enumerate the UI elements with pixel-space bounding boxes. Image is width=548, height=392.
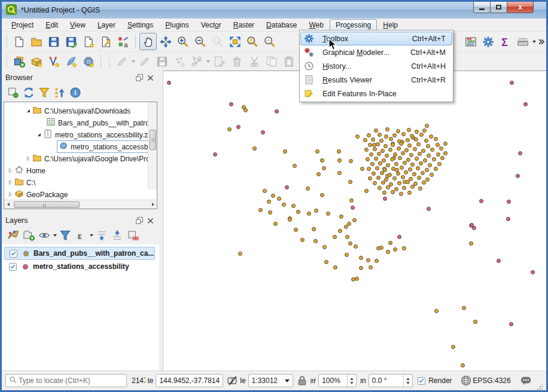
- vertical-scrollbar[interactable]: [148, 102, 157, 189]
- map-themes-dropdown[interactable]: [52, 227, 57, 244]
- layout-manager-button[interactable]: [97, 33, 114, 50]
- collapse-all-layers-button[interactable]: [109, 228, 125, 243]
- menu-item-history[interactable]: History...Ctrl+Alt+H: [300, 59, 452, 73]
- scroll-left-icon[interactable]: [7, 203, 10, 206]
- maximize-button[interactable]: [490, 2, 507, 13]
- add-selected-layers-button[interactable]: [5, 85, 21, 100]
- browser-item-6[interactable]: C:\: [7, 177, 35, 188]
- open-layer-styling-button[interactable]: [5, 228, 21, 243]
- field-calculator-button[interactable]: [462, 33, 479, 50]
- menu-item-results-viewer[interactable]: Results ViewerCtrl+Alt+R: [300, 73, 452, 87]
- collapsed-arrow-icon[interactable]: [7, 191, 14, 198]
- processing-toolbox-button[interactable]: [479, 33, 497, 50]
- coordinate-box[interactable]: 144.9452,-37.7814: [156, 374, 223, 387]
- browser-item-7[interactable]: GeoPackage: [7, 189, 68, 200]
- zoom-in-button[interactable]: [174, 33, 191, 50]
- data-source-manager-button[interactable]: [10, 53, 28, 71]
- menu-raster[interactable]: Raster: [227, 19, 260, 31]
- menu-plugins[interactable]: Plugins: [159, 19, 194, 31]
- refresh-button[interactable]: [21, 85, 36, 100]
- save-project-button[interactable]: [45, 33, 62, 50]
- menu-web[interactable]: Web: [303, 19, 329, 31]
- float-panel-button[interactable]: [134, 72, 145, 83]
- browser-tree[interactable]: C:\Users\ujaval\DownloadsBars_and_pubs__…: [4, 102, 157, 209]
- toolbar-handle[interactable]: [4, 54, 9, 69]
- menu-edit[interactable]: Edit: [39, 19, 64, 31]
- layer-visibility-checkbox[interactable]: [9, 263, 17, 271]
- browser-item-0[interactable]: C:\Users\ujaval\Downloads: [25, 105, 130, 117]
- browser-item-2[interactable]: metro_stations_accessbility.zi: [35, 129, 150, 140]
- scrollbar-thumb[interactable]: [150, 130, 156, 150]
- statistics-summary-button[interactable]: Σ: [497, 33, 514, 50]
- menu-view[interactable]: View: [64, 19, 92, 31]
- pan-map-button[interactable]: [139, 33, 157, 50]
- open-project-button[interactable]: [28, 33, 45, 50]
- scrollbar-thumb[interactable]: [14, 201, 80, 208]
- minimize-button[interactable]: [473, 2, 491, 13]
- rotation-spinbox[interactable]: 0.0 °: [369, 374, 413, 387]
- measure-dropdown[interactable]: [531, 33, 537, 50]
- render-checkbox[interactable]: [418, 377, 425, 385]
- float-panel-button[interactable]: [134, 215, 145, 226]
- menu-item-edit-features-in-place[interactable]: Edit Features In-Place: [300, 87, 452, 100]
- menu-processing[interactable]: Processing: [330, 19, 377, 31]
- menu-settings[interactable]: Settings: [121, 19, 159, 31]
- horizontal-scrollbar[interactable]: [4, 200, 157, 209]
- properties-widget-button[interactable]: i: [68, 85, 83, 100]
- manage-map-themes-button[interactable]: [36, 228, 52, 243]
- close-panel-button[interactable]: [145, 215, 156, 226]
- titlebar[interactable]: *Untitled Project - QGIS: [2, 2, 546, 19]
- locator-box[interactable]: [5, 374, 127, 387]
- collapse-all-button[interactable]: [52, 85, 68, 100]
- scale-combo[interactable]: 1:33012: [248, 374, 293, 387]
- new-virtual-layer-button[interactable]: [80, 53, 97, 71]
- collapsed-arrow-icon[interactable]: [7, 167, 14, 174]
- scroll-right-icon[interactable]: [152, 203, 154, 206]
- menu-project[interactable]: Project: [5, 19, 39, 31]
- menu-help[interactable]: Help: [377, 19, 404, 31]
- measure-button[interactable]: [514, 33, 531, 50]
- layers-list[interactable]: Bars_and_pubs__with_patron_ca...metro_st…: [2, 244, 159, 370]
- map-canvas[interactable]: [163, 71, 546, 370]
- toolbar-handle[interactable]: [4, 35, 9, 49]
- new-project-button[interactable]: [10, 33, 28, 50]
- zoom-to-layer-button[interactable]: [261, 33, 278, 50]
- menu-item-toolbox[interactable]: ToolboxCtrl+Alt+T: [300, 32, 452, 45]
- menu-database[interactable]: Database: [260, 19, 303, 31]
- new-geopackage-layer-button[interactable]: [28, 53, 45, 71]
- crs-globe-icon[interactable]: [459, 373, 473, 388]
- magnifier-spinbox[interactable]: 100%: [318, 374, 357, 387]
- resize-grip[interactable]: [537, 383, 543, 390]
- messages-button[interactable]: [519, 373, 533, 388]
- filter-expression-button[interactable]: ε: [73, 228, 89, 243]
- layer-visibility-checkbox[interactable]: [10, 250, 17, 258]
- expanded-arrow-icon[interactable]: [25, 107, 32, 115]
- filter-browser-button[interactable]: [36, 85, 52, 100]
- zoom-out-button[interactable]: [191, 33, 209, 50]
- browser-item-4[interactable]: C:\Users\ujaval\Google Drive\Pro: [25, 153, 150, 164]
- zoom-full-button[interactable]: [226, 33, 243, 50]
- close-panel-button[interactable]: [145, 72, 156, 83]
- toolbar-overflow-button[interactable]: [537, 33, 546, 50]
- style-manager-button[interactable]: a: [114, 33, 132, 50]
- browser-item-3[interactable]: metro_stations_accessbilit: [57, 141, 157, 152]
- new-shapefile-layer-button[interactable]: [45, 53, 62, 71]
- expanded-arrow-icon[interactable]: [35, 131, 43, 139]
- menu-vector[interactable]: Vector: [195, 19, 227, 31]
- browser-item-1[interactable]: Bars_and_pubs__with_patron_: [46, 117, 157, 128]
- menu-item-graphical-modeler[interactable]: Graphical Modeler...Ctrl+Alt+M: [300, 45, 452, 59]
- collapsed-arrow-icon[interactable]: [7, 179, 14, 186]
- layer-row-1[interactable]: metro_stations_accessbility: [4, 260, 155, 273]
- menu-layer[interactable]: Layer: [92, 19, 121, 31]
- toolbar-handle[interactable]: [107, 54, 112, 69]
- lock-scale-button[interactable]: [296, 373, 309, 388]
- spinner-buttons[interactable]: [347, 375, 356, 387]
- extents-toggle-button[interactable]: [225, 373, 239, 388]
- add-group-button[interactable]: [21, 228, 36, 243]
- locator-input[interactable]: [17, 376, 123, 385]
- expand-all-button[interactable]: [94, 228, 109, 243]
- collapsed-arrow-icon[interactable]: [25, 155, 32, 163]
- layer-row-0[interactable]: Bars_and_pubs__with_patron_ca...: [4, 247, 155, 260]
- zoom-to-selection-button[interactable]: [243, 33, 261, 50]
- crs-value[interactable]: EPSG:4326: [473, 376, 510, 385]
